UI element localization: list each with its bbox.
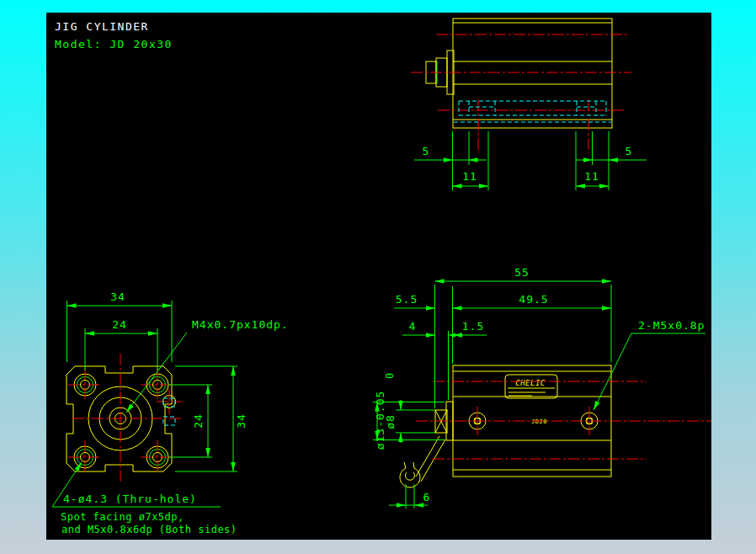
- rod-boss-dia-tol-label: 0: [384, 372, 396, 379]
- drawing-title: JIG CYLINDER: [55, 20, 149, 33]
- drawing-model: Model: JD 20x30: [55, 38, 173, 51]
- brand-label: CHELIC: [515, 379, 546, 387]
- dim-width-label: 34: [110, 290, 125, 303]
- top-view: 5 5 11 11: [411, 19, 647, 190]
- dim-right-pitch-label: 11: [584, 170, 599, 183]
- side-view-centerlines: [416, 381, 711, 459]
- spot-facing-note-label: Spot facing ø7x5dp,: [61, 511, 184, 523]
- thru-hole-note-label: 4-ø4.3 (Thru-hole): [63, 493, 197, 505]
- side-view-dimensions: 55 5.5 49.5 4 1.5 ø13-0.05: [373, 266, 705, 509]
- top-view-dimensions: 5 5 11 11: [414, 131, 647, 190]
- wrench-symbol: [400, 436, 445, 487]
- dim-right-offset-label: 5: [626, 145, 633, 157]
- wrench-flat-label: 6: [423, 491, 431, 503]
- port-note-label: 2-M5x0.8p: [638, 319, 705, 332]
- dim-total-length-label: 55: [514, 266, 530, 279]
- dim-left-offset-label: 5: [423, 145, 430, 157]
- drawing-canvas: JIG CYLINDER Model: JD 20x30: [46, 13, 711, 540]
- title-block: JIG CYLINDER Model: JD 20x30: [55, 20, 173, 51]
- front-view-dimensions: 34 24 24 34 M4x0.7px10dp.: [52, 290, 289, 535]
- thread-note-label: M4x0.7px10dp.: [192, 318, 289, 331]
- dim-plate-label: 1.5: [462, 320, 484, 333]
- dim-body-length-label: 49.5: [519, 293, 548, 306]
- top-view-centerlines: [411, 35, 631, 153]
- dim-height-label: 34: [235, 413, 248, 429]
- cad-viewport: JIG CYLINDER Model: JD 20x30: [0, 0, 756, 554]
- body-marking-label: JD20: [531, 418, 547, 425]
- dim-bolt-height-label: 24: [192, 413, 205, 429]
- dim-bolt-width-label: 24: [112, 318, 127, 331]
- dim-left-pitch-label: 11: [462, 170, 477, 183]
- top-view-hidden-lines: [454, 101, 611, 122]
- cad-drawing: JIG CYLINDER Model: JD 20x30: [46, 13, 711, 540]
- dim-rod-end-label: 4: [409, 320, 417, 333]
- front-view: 34 24 24 34 M4x0.7px10dp.: [52, 290, 289, 535]
- rod-dia-label: ø8: [384, 414, 397, 429]
- side-view: CHELIC JD20 55: [373, 266, 711, 509]
- chelic-label-plate: CHELIC: [505, 375, 557, 398]
- spot-facing-note2-label: and M5x0.8x6dp (Both sides): [61, 524, 237, 535]
- dim-rod-offset-label: 5.5: [396, 293, 418, 306]
